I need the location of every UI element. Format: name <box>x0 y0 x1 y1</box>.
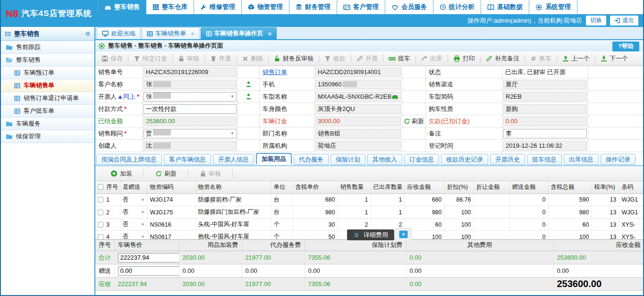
invoice-button[interactable]: 开票 <box>352 54 382 63</box>
sidebar-item-vehicle-sales-order[interactable]: 车辆销售单 <box>1 79 94 92</box>
outbound-button[interactable]: 出库 <box>417 54 447 63</box>
total-vehicle-price-input[interactable] <box>118 253 179 262</box>
dtab-insurance-plan[interactable]: 保险计划 <box>330 154 365 165</box>
dtab-mortgage-plate-info[interactable]: 按揭合同及上牌信息 <box>96 154 162 165</box>
next-record-button[interactable]: 下一个 <box>596 54 632 63</box>
nav-label: 财务管理 <box>305 3 330 11</box>
swap-vehicle-button[interactable]: 换车 <box>526 54 556 63</box>
sales-consultant-select[interactable]: 贾▼ <box>144 129 237 138</box>
dtab-customer-vehicle-info[interactable]: 客户车辆信息 <box>164 154 211 165</box>
nav-vehicle-warehouse[interactable]: 整车仓库 <box>146 0 194 14</box>
row-checkbox[interactable] <box>98 234 103 239</box>
switch-org-button[interactable]: 切换 <box>586 16 606 25</box>
refresh-deposit-button[interactable]: 刷新 <box>402 115 426 127</box>
sidebar-item-vehicle-preorder[interactable]: 车辆预订单 <box>1 67 94 79</box>
chevron-down-icon: ▼ <box>141 235 145 239</box>
sidebar-item-presale-tracking[interactable]: 售前跟踪 <box>1 41 94 54</box>
row-checkbox[interactable] <box>98 197 103 203</box>
nav-label: 系统管理 <box>545 3 571 11</box>
sidebar-item-order-cancel-request[interactable]: 销售订单退订申请单 <box>1 92 94 105</box>
sidebar-item-vehicle-sales[interactable]: 整车销售 <box>1 54 94 67</box>
main-toolbar: 保存 续交订金 审核 作废 删除 财务反审核 收款 开票 提车 出库 <box>95 51 643 66</box>
row-checkbox[interactable] <box>98 210 103 215</box>
collapse-sidebar-icon[interactable] <box>85 31 91 37</box>
dtab-pickup-info[interactable]: 提车信息 <box>527 154 562 165</box>
refresh-grid-button[interactable]: 刷新 <box>145 169 187 178</box>
nav-statistics[interactable]: 统计分析 <box>433 0 481 14</box>
pickup-button[interactable]: 提车 <box>384 54 415 63</box>
col-material-name: 物资名称 <box>195 181 271 194</box>
dtab-invoice-person-info[interactable]: 开票人信息 <box>213 154 254 165</box>
add-remark-button[interactable]: 补充备注 <box>482 54 524 63</box>
invoice-person-select[interactable]: 张▼ <box>144 92 237 101</box>
finance-unaudit-button[interactable]: 财务反审核 <box>270 54 318 63</box>
order-form: 销售单号 HAZCXS20191226009 销售订单 HAZCDD201909… <box>95 66 643 152</box>
nav-customer-mgmt[interactable]: 客户管理 <box>337 0 385 14</box>
nav-member-service[interactable]: 会员服务 <box>385 0 433 14</box>
continue-deposit-button[interactable]: 续交订金 <box>129 54 171 63</box>
col-receivable: 应收金额 <box>405 181 444 194</box>
logo-n8: N8 <box>6 8 18 19</box>
person-lookup-icon[interactable] <box>245 81 252 88</box>
close-icon[interactable]: × <box>399 230 408 238</box>
nav-repair-mgmt[interactable]: 维修管理 <box>194 0 242 14</box>
dtab-deposit-info[interactable]: 订金信息 <box>404 154 439 165</box>
dtab-invoice-history[interactable]: 开票历史 <box>490 154 525 165</box>
delete-button[interactable]: 删除 <box>238 54 267 63</box>
sidebar-item-renewal-mgmt[interactable]: 续保管理 <box>1 130 94 143</box>
void-button[interactable]: 作废 <box>206 54 236 63</box>
nav-vehicle-sales[interactable]: 整车销售 <box>98 0 146 14</box>
field-label-status: 状态 <box>426 66 502 78</box>
select-all-checkbox[interactable] <box>98 184 103 190</box>
nav-base-data[interactable]: 基础数据 <box>481 0 529 14</box>
sales-order-link[interactable]: 销售订单 <box>263 68 287 76</box>
same-as-above-link[interactable]: ▲同上 <box>117 93 136 101</box>
sidebar-item-vehicle-service[interactable]: 车辆服务 <box>1 118 94 130</box>
close-tab-icon[interactable]: × <box>191 30 195 37</box>
is-gift-select[interactable]: 否▼ <box>123 196 145 204</box>
receive-payment-button[interactable]: 收款 <box>320 54 350 63</box>
field-label-customer-name: 客户名称 <box>95 78 143 91</box>
audit-button[interactable]: 审核 <box>174 54 203 63</box>
is-gift-select[interactable]: 否▼ <box>123 208 145 216</box>
dtab-accessories[interactable]: 加装用品 <box>256 153 292 165</box>
help-button[interactable]: ?帮助 <box>612 42 639 51</box>
dtab-agency-service[interactable]: 代办服务 <box>294 154 329 165</box>
row-checkbox[interactable] <box>98 222 103 228</box>
nav-system-mgmt[interactable]: 系统管理 <box>529 0 577 14</box>
dtab-payment-history[interactable]: 收款历史记录 <box>441 154 488 165</box>
refresh-icon <box>155 170 162 177</box>
save-button[interactable]: 保存 <box>97 54 127 63</box>
audit-grid-button[interactable]: 审核 <box>189 169 231 178</box>
remark-input[interactable] <box>503 129 587 138</box>
table-row[interactable]: 2 否▼ WJG175防爆膜四门加后档-厂家台 98011 980100 098… <box>95 206 643 219</box>
tab-vehicle-sales-order[interactable]: 车辆销售单× <box>142 27 200 39</box>
is-gift-select[interactable]: 否▼ <box>123 220 145 228</box>
table-icon <box>14 70 20 76</box>
tab-sales-order-operation[interactable]: 车辆销售单操作页× <box>201 27 277 39</box>
person-lookup-icon[interactable] <box>245 93 252 100</box>
tab-welcome[interactable]: 欢迎光临 <box>97 27 141 39</box>
col-unit: 单位 <box>271 181 293 194</box>
sales-channel-field: 展厅 <box>503 80 587 89</box>
close-tab-icon[interactable]: × <box>268 30 272 37</box>
x-icon <box>242 56 248 62</box>
nav-finance-mgmt[interactable]: 财务管理 <box>289 0 337 14</box>
user-bar: 操作用户:admin(admin)，当前机构:荷坳店 切换 退出 <box>1 14 643 27</box>
dtab-other-income[interactable]: 其他收入 <box>367 154 402 165</box>
logout-button[interactable]: 退出 <box>610 16 638 25</box>
print-button[interactable]: 打印 <box>449 54 479 63</box>
payment-method-input[interactable] <box>144 104 237 114</box>
detail-fee-toggle[interactable]: 详细费用 <box>347 229 394 240</box>
is-gift-select[interactable]: 否▼ <box>123 233 145 239</box>
dtab-operation-log[interactable]: 操作记录 <box>601 154 636 165</box>
car-lookup-icon[interactable] <box>391 93 398 100</box>
dtab-outbound-info[interactable]: 出库信息 <box>564 154 599 165</box>
table-row[interactable]: 1 否▼ WJG174防爆膜前档-厂家台 68011 68086.76 0590… <box>95 194 643 206</box>
sidebar-item-customer-pickup[interactable]: 客户提车单 <box>1 105 94 118</box>
previous-record-button[interactable]: 上一个 <box>558 54 594 63</box>
add-accessory-button[interactable]: 加装 <box>100 169 143 178</box>
nav-material-mgmt[interactable]: 物资管理 <box>242 0 289 14</box>
logout-label: 退出 <box>622 17 634 25</box>
gift-vehicle-price-input[interactable] <box>118 266 179 276</box>
